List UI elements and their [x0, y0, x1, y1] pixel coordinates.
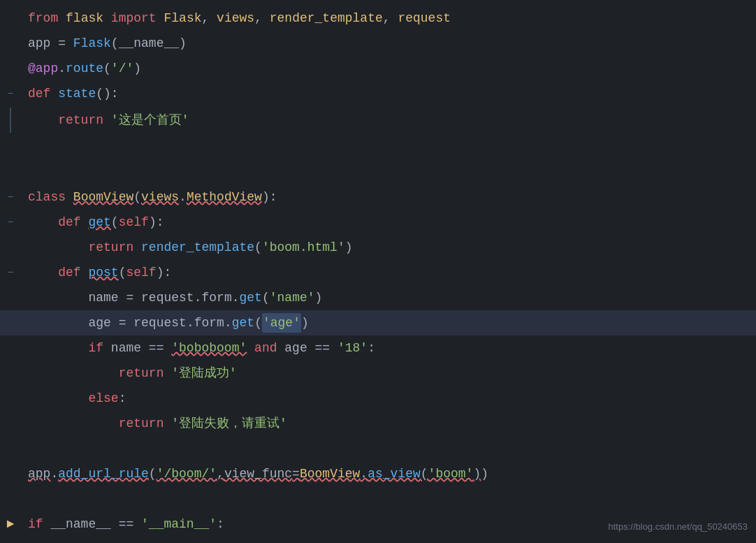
token-from: from	[28, 8, 58, 29]
code-line-19: app . add_url_rule ( '/boom/' , view_fun…	[0, 461, 756, 486]
line-content-14: if name == 'boboboom' and age == '18' :	[21, 338, 375, 359]
code-line-22: app . run ( debug = True )	[0, 537, 756, 543]
gutter-1	[0, 13, 21, 23]
code-line-2: app = Flask ( __name__ )	[0, 31, 756, 56]
line-content-15: return '登陆成功'	[21, 363, 237, 384]
line-content-22: app . run ( debug = True )	[21, 540, 202, 543]
line-content-10: return render_template ( 'boom.html' )	[21, 238, 353, 258]
line-content-1: from flask import Flask , views , render…	[21, 8, 451, 29]
arrow-21: ►	[7, 514, 15, 535]
line-content-2: app = Flask ( __name__ )	[21, 34, 187, 54]
line-content-13: age = request . form . get ( 'age' )	[21, 313, 309, 333]
code-line-16: else :	[0, 386, 756, 411]
token-flask: flask	[66, 8, 103, 29]
code-line-11: − def post ( self ) :	[0, 260, 756, 285]
line-content-19: app . add_url_rule ( '/boom/' , view_fun…	[21, 464, 488, 484]
code-line-4: − def state () :	[0, 81, 756, 106]
gutter-9: −	[0, 217, 21, 227]
line-content-21: if __name__ == '__main__' :	[21, 514, 224, 535]
code-line-8: − class BoomView ( views . MethodView ) …	[0, 184, 756, 210]
line-content-4: def state () :	[21, 84, 119, 104]
code-line-12: name = request . form . get ( 'name' )	[0, 285, 756, 310]
line-content-8: class BoomView ( views . MethodView ) :	[21, 187, 277, 208]
fold-icon-9[interactable]: −	[6, 217, 15, 227]
gutter-11: −	[0, 268, 21, 277]
code-line-14: if name == 'boboboom' and age == '18' :	[0, 335, 756, 361]
code-line-10: return render_template ( 'boom.html' )	[0, 235, 756, 260]
fold-icon-8[interactable]: −	[6, 192, 15, 202]
line-content-17: return '登陆失败，请重试'	[21, 414, 287, 434]
code-line-13: age = request . form . get ( 'age' )	[0, 310, 756, 335]
code-line-17: return '登陆失败，请重试'	[0, 411, 756, 436]
code-line-18	[0, 436, 756, 461]
line-content-12: name = request . form . get ( 'name' )	[21, 288, 322, 308]
code-line-5: return '这是个首页'	[0, 106, 756, 134]
line-content-18	[21, 439, 36, 459]
line-content-11: def post ( self ) :	[21, 263, 171, 283]
code-line-15: return '登陆成功'	[0, 361, 756, 386]
gutter-21: ►	[0, 514, 21, 535]
line-content-3: @app . route ( '/' )	[21, 59, 141, 79]
line-content-9: def get ( self ) :	[21, 212, 164, 233]
gutter-8: −	[0, 192, 21, 202]
code-line-6	[0, 134, 756, 159]
code-line-3: @app . route ( '/' )	[0, 56, 756, 81]
line-content-5: return '这是个首页'	[21, 110, 189, 131]
code-line-9: − def get ( self ) :	[0, 210, 756, 235]
token-space	[58, 8, 66, 29]
fold-icon-11[interactable]: −	[6, 268, 15, 277]
code-line-20	[0, 486, 756, 512]
watermark: https://blog.csdn.net/qq_50240653	[609, 520, 748, 535]
line-content-16: else :	[21, 389, 126, 409]
gutter-5	[0, 108, 21, 133]
fold-icon-4[interactable]: −	[6, 89, 15, 99]
line-content-7	[21, 162, 36, 182]
fold-bar-5	[10, 108, 11, 133]
code-editor: from flask import Flask , views , render…	[0, 0, 756, 543]
line-content-6	[21, 137, 36, 157]
line-content-20	[21, 489, 36, 509]
code-line-1: from flask import Flask , views , render…	[0, 6, 756, 31]
gutter-4: −	[0, 89, 21, 99]
code-line-7	[0, 159, 756, 184]
fold-1	[6, 13, 15, 23]
